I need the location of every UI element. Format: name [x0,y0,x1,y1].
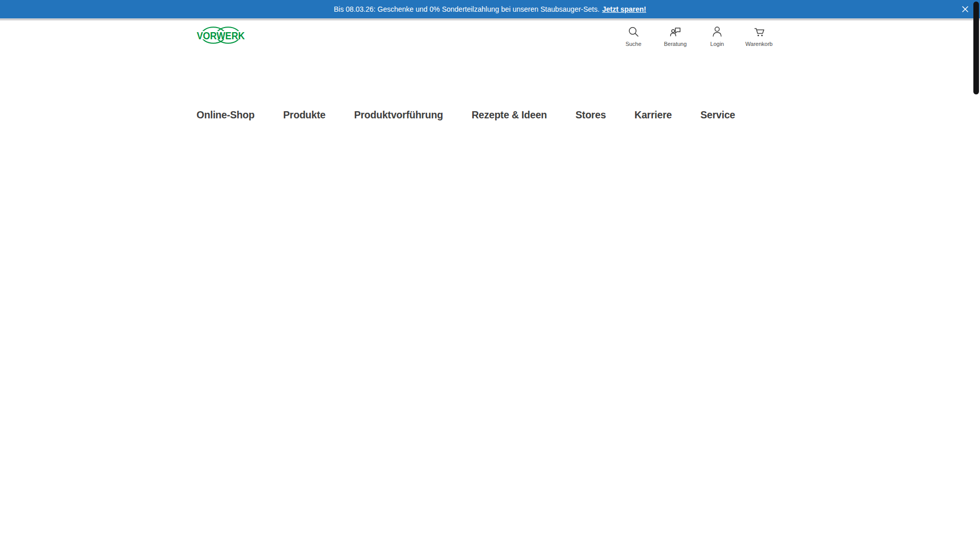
nav-item-karriere[interactable]: Karriere [634,109,672,121]
cart-button[interactable]: Warenkorb [741,26,777,47]
cart-icon [753,26,765,38]
header-actions: Suche Beratung Login [615,26,777,47]
main-nav: Online-Shop Produkte Produktvorführung R… [197,109,783,121]
nav-item-online-shop[interactable]: Online-Shop [197,109,255,121]
cart-label: Warenkorb [745,41,772,47]
consultation-label: Beratung [664,41,687,47]
login-button[interactable]: Login [699,26,736,47]
logo-wordmark: VORWERK [197,30,245,41]
search-label: Suche [625,41,641,47]
login-label: Login [710,41,724,47]
consultation-icon [669,26,681,38]
user-icon [711,26,723,38]
promo-banner: Bis 08.03.26: Geschenke und 0% Sondertei… [0,0,980,18]
search-icon [627,26,640,38]
nav-item-produkte[interactable]: Produkte [283,109,326,121]
nav-item-rezepte-ideen[interactable]: Rezepte & Ideen [472,109,547,121]
header: VORWERK Suche Beratung [197,20,783,47]
consultation-button[interactable]: Beratung [657,26,694,47]
scrollbar-thumb[interactable] [973,2,979,94]
banner-close-button[interactable] [960,4,971,15]
search-button[interactable]: Suche [615,26,652,47]
vorwerk-logo[interactable]: VORWERK [197,26,245,45]
promo-link[interactable]: Jetzt sparen! [602,5,646,13]
nav-item-produktvorfuehrung[interactable]: Produktvorführung [354,109,443,121]
vorwerk-logo-icon: VORWERK [197,26,245,45]
nav-item-stores[interactable]: Stores [576,109,606,121]
close-icon [961,5,969,13]
promo-message: Bis 08.03.26: Geschenke und 0% Sondertei… [334,5,600,13]
nav-item-service[interactable]: Service [700,109,735,121]
